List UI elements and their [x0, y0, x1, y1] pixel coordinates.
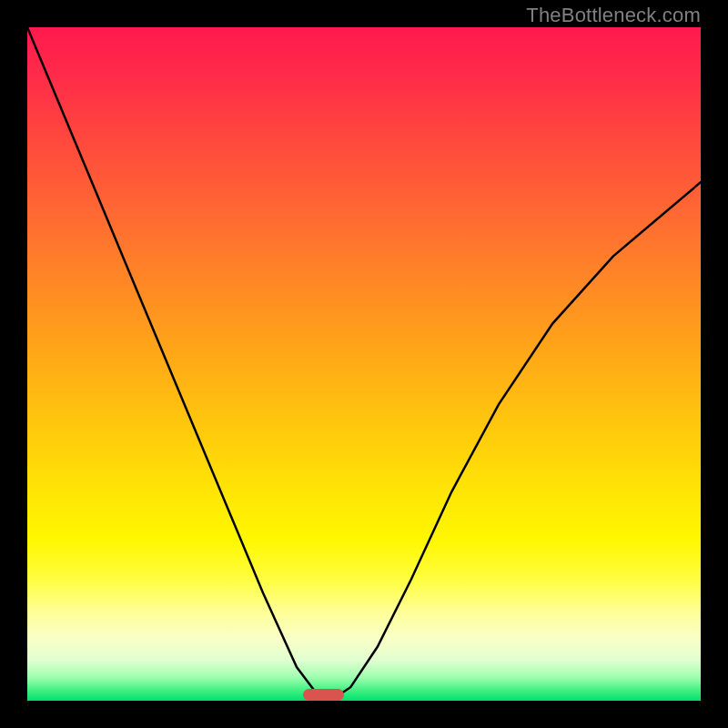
watermark-text: TheBottleneck.com	[526, 4, 701, 27]
chart-frame: TheBottleneck.com	[0, 0, 728, 728]
bottleneck-curve	[27, 27, 701, 701]
plot-area	[27, 27, 701, 701]
minimum-marker	[303, 689, 343, 701]
